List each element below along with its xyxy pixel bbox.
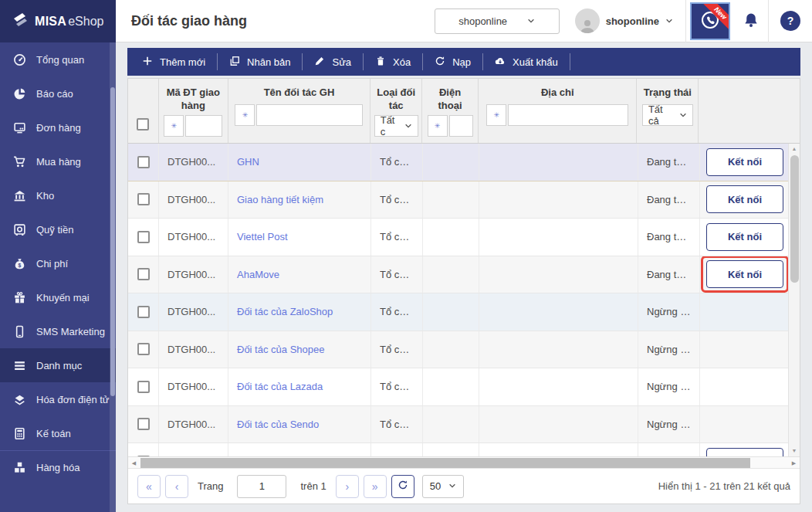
sidebar-item-purchasing[interactable]: Mua hàng bbox=[0, 144, 116, 178]
partner-name-link[interactable]: Viettel Post bbox=[237, 231, 288, 242]
partner-name-link[interactable]: Đối tác của Shopee bbox=[237, 344, 324, 355]
sidebar-item-orders[interactable]: Đơn hàng bbox=[0, 110, 116, 144]
sidebar-scrollbar-thumb[interactable] bbox=[110, 87, 115, 396]
partner-status: Đang the... bbox=[647, 269, 691, 280]
sidebar-item-label: Hàng hóa bbox=[36, 462, 80, 473]
help-button[interactable]: ? bbox=[780, 11, 800, 31]
partner-status: Ngừng t... bbox=[647, 381, 691, 392]
sidebar-item-label: Quỹ tiền bbox=[36, 224, 73, 236]
toolbar-button-label: Sửa bbox=[332, 56, 351, 68]
row-checkbox[interactable] bbox=[137, 231, 150, 243]
connect-button[interactable]: Kết nối bbox=[706, 185, 783, 213]
refresh-grid-button[interactable] bbox=[391, 475, 414, 498]
column-header-name[interactable]: Tên đối tác GH bbox=[264, 86, 335, 99]
last-page-button[interactable]: » bbox=[364, 475, 387, 498]
partner-type: Tổ chức bbox=[380, 381, 414, 392]
filter-phone-operator-button[interactable]: ✳ bbox=[428, 115, 448, 137]
previous-page-button[interactable]: ‹ bbox=[165, 475, 188, 498]
page-title: Đối tác giao hàng bbox=[116, 13, 247, 29]
sidebar-item-reports[interactable]: Báo cáo bbox=[0, 76, 116, 110]
partner-status: Đang the... bbox=[647, 194, 691, 205]
column-header-code[interactable]: Mã ĐT giao hàng bbox=[166, 86, 220, 112]
misa-logo-icon bbox=[9, 10, 29, 32]
page-label: Trang bbox=[198, 480, 223, 492]
column-header-phone[interactable]: Điện thoại bbox=[431, 86, 469, 112]
sidebar-item-promotions[interactable]: Khuyến mại bbox=[0, 280, 116, 314]
filter-code-input[interactable] bbox=[185, 115, 222, 137]
row-checkbox[interactable] bbox=[137, 306, 150, 318]
partner-type: Tổ chức bbox=[380, 156, 414, 168]
page-count-label: trên 1 bbox=[300, 480, 326, 492]
filter-phone-input[interactable] bbox=[449, 115, 473, 137]
row-checkbox[interactable] bbox=[137, 156, 150, 168]
filter-type-select[interactable]: Tất c bbox=[374, 115, 418, 137]
add-button[interactable]: Thêm mới bbox=[130, 48, 217, 76]
column-header-address[interactable]: Địa chỉ bbox=[541, 86, 574, 99]
row-checkbox[interactable] bbox=[137, 193, 150, 205]
first-page-button[interactable]: « bbox=[137, 475, 161, 498]
filter-status-select[interactable]: Tất cả bbox=[642, 104, 693, 126]
connect-button[interactable]: Kết nối bbox=[706, 148, 783, 176]
reload-button[interactable]: Nạp bbox=[423, 48, 482, 76]
partner-name-link[interactable]: Giao hàng tiết kiệm bbox=[237, 194, 323, 205]
connect-button[interactable]: Kết nối bbox=[706, 223, 783, 251]
filter-address-input[interactable] bbox=[508, 104, 628, 126]
toolbar-button-label: Nhân bản bbox=[247, 56, 290, 68]
partner-name-link[interactable]: Đối tác của ZaloShop bbox=[237, 306, 333, 317]
whats-new-button[interactable]: New bbox=[690, 2, 730, 40]
next-page-button[interactable]: › bbox=[336, 475, 359, 498]
sidebar-item-goods[interactable]: Hàng hóa bbox=[0, 450, 116, 484]
sidebar-item-categories[interactable]: Danh mục bbox=[0, 348, 116, 382]
partners-grid: Mã ĐT giao hàng ✳ Tên đối tác GH ✳ Loại … bbox=[127, 78, 800, 504]
column-header-status[interactable]: Trạng thái bbox=[644, 86, 692, 99]
row-checkbox[interactable] bbox=[137, 268, 150, 280]
sidebar-item-cash-fund[interactable]: Quỹ tiền bbox=[0, 212, 116, 246]
partner-name-link[interactable]: Đối tác của Lazada bbox=[237, 381, 323, 392]
notifications-button[interactable] bbox=[734, 0, 768, 42]
table-row: Kết nối bbox=[128, 443, 790, 456]
vertical-scrollbar-thumb[interactable] bbox=[790, 155, 799, 283]
edit-button[interactable]: Sửa bbox=[303, 48, 363, 76]
shop-selector-value: shoponline bbox=[458, 15, 507, 27]
partner-code: DTGH00... bbox=[167, 419, 215, 430]
scroll-down-arrow-icon[interactable]: ▼ bbox=[789, 446, 800, 456]
select-all-checkbox[interactable] bbox=[137, 118, 149, 131]
partner-name-link[interactable]: Đối tác của Sendo bbox=[237, 419, 319, 430]
filter-name-operator-button[interactable]: ✳ bbox=[235, 104, 255, 126]
brand-suffix: eShop bbox=[68, 15, 103, 29]
sidebar-item-expenses[interactable]: $Chi phí bbox=[0, 246, 116, 280]
sidebar-item-warehouse[interactable]: Kho bbox=[0, 178, 116, 212]
delete-button[interactable]: Xóa bbox=[364, 48, 422, 76]
connect-button[interactable]: Kết nối bbox=[706, 448, 783, 456]
shop-selector[interactable]: shoponline bbox=[435, 8, 560, 34]
row-checkbox[interactable] bbox=[137, 343, 150, 355]
row-checkbox[interactable] bbox=[137, 418, 150, 430]
duplicate-button[interactable]: Nhân bản bbox=[218, 48, 302, 76]
user-menu[interactable]: shoponline bbox=[575, 8, 673, 33]
filter-address-operator-button[interactable]: ✳ bbox=[486, 104, 506, 126]
horizontal-scrollbar-thumb[interactable] bbox=[140, 458, 750, 468]
sidebar-item-e-invoice[interactable]: Hóa đơn điện tử bbox=[0, 382, 116, 416]
partner-name-link[interactable]: AhaMove bbox=[237, 269, 279, 280]
partner-code: DTGH00... bbox=[167, 231, 215, 242]
filter-name-input[interactable] bbox=[256, 104, 363, 126]
row-checkbox[interactable] bbox=[137, 381, 150, 393]
filter-code-operator-button[interactable]: ✳ bbox=[164, 115, 184, 137]
sidebar-item-sms-marketing[interactable]: SMS Marketing bbox=[0, 314, 116, 348]
scroll-left-arrow-icon[interactable]: ◀ bbox=[128, 457, 140, 469]
sidebar-item-overview[interactable]: Tổng quan bbox=[0, 42, 116, 76]
column-header-type[interactable]: Loại đối tác bbox=[373, 86, 419, 112]
sidebar-item-label: Kho bbox=[36, 190, 54, 202]
sidebar-item-accounting[interactable]: Kế toán bbox=[0, 416, 116, 450]
connect-button[interactable]: Kết nối bbox=[706, 260, 783, 288]
partner-type: Tổ chức bbox=[380, 419, 414, 430]
page-size-select[interactable]: 50 bbox=[422, 475, 464, 498]
scroll-up-arrow-icon[interactable]: ▲ bbox=[789, 144, 800, 154]
scroll-right-arrow-icon[interactable]: ▶ bbox=[788, 457, 800, 469]
partner-name-link[interactable]: GHN bbox=[237, 156, 259, 168]
app-logo[interactable]: MISA eShop bbox=[0, 0, 116, 42]
export-button[interactable]: Xuất khẩu bbox=[483, 48, 570, 76]
page-number-input[interactable] bbox=[237, 475, 286, 498]
partner-code: DTGH00... bbox=[167, 306, 215, 317]
table-row: DTGH00...Đối tác của ShopeeTổ chứcNgừng … bbox=[128, 331, 790, 369]
